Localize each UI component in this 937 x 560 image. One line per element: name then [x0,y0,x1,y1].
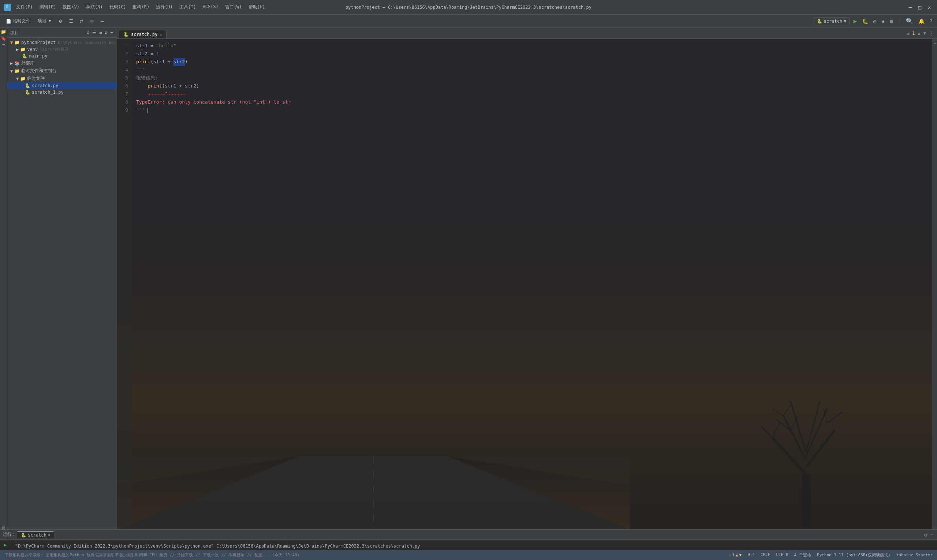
window-title: pythonProject – C:\Users\86156\AppData\R… [346,5,591,10]
run-panel-label: 运行: [3,531,14,538]
warning-nav-up[interactable]: ▲ [736,553,738,557]
warning-nav-down[interactable]: ▼ [739,553,742,557]
profile-button[interactable]: ◎ [872,18,878,25]
tree-item-temp-files[interactable]: ▼ 📁 临时文件和控制台 [7,67,117,75]
structure-icon[interactable]: ≡ [2,43,5,48]
toolbar-collapse-btn[interactable]: ─ [98,17,107,25]
tree-scratch-py-label: scratch.py [32,83,58,88]
temp-files-icon: 📄 [6,18,11,24]
run-restart-btn[interactable]: ▶ [2,542,9,548]
project-group: 项目 ▼ ⚙ ☰ ⇄ ⚙ ─ [35,17,107,26]
menu-navigate[interactable]: 导航(N) [83,3,106,12]
menu-help[interactable]: 帮助(H) [246,3,268,12]
status-line-ending[interactable]: CRLF [759,552,772,558]
status-line-col[interactable]: 9:4 [746,552,756,558]
title-bar: P 文件(F) 编辑(E) 视图(V) 导航(N) 代码(C) 重构(R) 运行… [0,0,937,15]
status-indent[interactable]: 4 个空格 [793,552,812,558]
status-warning-badge[interactable]: ⚠ 1 ▲ ▼ [727,552,743,558]
warning-count: 1 [732,553,735,557]
tree-item-project-root[interactable]: ▼ 📁 pythonProject D:\PyCharm Community E… [7,39,117,46]
line-num-6: 6 [118,82,130,90]
run-button[interactable]: ▶ [852,17,858,25]
editor-tab-scratch-py[interactable]: 🐍 scratch.py ✕ [118,30,166,38]
menu-code[interactable]: 代码(C) [106,3,129,12]
line-num-1: 1 [118,42,130,50]
line-num-5: 5 [118,74,130,82]
menu-refactor[interactable]: 重构(R) [129,3,152,12]
status-tabnine[interactable]: tabnine Starter [895,552,934,558]
search-button[interactable]: 🔍 [905,17,915,25]
stop-button[interactable]: ■ [888,18,894,25]
run-tab-label: scratch [28,532,46,538]
project-view-icon[interactable]: 📁 [1,29,6,34]
notifications-strip-icon[interactable]: 通知 [0,519,7,528]
menu-view[interactable]: 视图(V) [60,3,82,12]
list-icon: ☰ [69,18,73,24]
file-tree-config-btn[interactable]: ⚙ [104,29,108,36]
file-tree-header: 项目 ⚙ ☰ ⇄ ⚙ ─ [7,28,117,38]
tab-bar-actions: ⚠ 1 ▲ ▼ ⋮ [907,30,935,38]
tree-item-venv[interactable]: ▶ 📁 venv library根目录 [7,46,117,53]
menu-vcs[interactable]: VCS(S) [200,3,222,12]
minimize-button[interactable]: ─ [906,3,914,11]
toolbar-temp-files-btn[interactable]: 📄 临时文件 [3,17,33,26]
tree-item-external-libs[interactable]: ▶ 📚 外部库 [7,59,117,67]
scrollbar-area[interactable]: ─ [932,39,937,529]
menu-edit[interactable]: 编辑(E) [37,3,59,12]
toolbar-gear-btn[interactable]: ⚙ [87,17,97,25]
run-tab-python-icon: 🐍 [21,532,26,538]
tree-item-scratches-folder[interactable]: ▼ 📁 临时文件 [7,75,117,82]
line-num-9: 9 [118,106,130,114]
venv-folder-icon: 📁 [20,47,26,52]
file-tree-expand-btn[interactable]: ☰ [91,29,97,36]
code-line-4: """ [136,66,928,74]
tree-main-py-label: main.py [29,54,48,58]
status-download-info[interactable]: 下载预构建共享索引: 使用预构建的Python 软件包共享索引节省少索引时间和 … [3,552,301,558]
bookmarks-icon[interactable]: 🔖 [1,36,6,41]
tree-item-main-py[interactable]: 🐍 main.py [7,53,117,59]
menu-run[interactable]: 运行(U) [153,3,176,12]
tab-close-btn[interactable]: ✕ [160,32,162,37]
run-panel-minimize-btn[interactable]: ─ [930,531,934,538]
tree-item-scratch-py[interactable]: 🐍 scratch.py [7,82,117,89]
file-tree-close-btn[interactable]: ─ [110,29,114,36]
notifications-button[interactable]: 🔔 [917,18,926,25]
coverage-button[interactable]: ◈ [880,18,886,25]
menu-window[interactable]: 窗口(W) [222,3,245,12]
tree-item-scratch1-py[interactable]: 🐍 scratch_1.py [7,89,117,95]
file-tree-sort-btn[interactable]: ⇄ [98,29,103,36]
line-num-8: 8 [118,98,130,106]
status-encoding[interactable]: UTF-8 [775,552,790,558]
run-output-line-1: "D:\PyCharm Community Edition 2022.3\pyt… [15,543,932,550]
menu-file[interactable]: 文件(F) [13,3,36,12]
code-line-7: ~~~~~~^~~~~~~ [136,90,928,98]
toolbar-left: 📄 临时文件 [3,17,33,26]
status-python-version[interactable]: Python 3.11 (pyti86B(仅阅读模式) [815,552,892,558]
menu-tools[interactable]: 工具(T) [177,3,199,12]
run-panel-settings-btn[interactable]: ⚙ [923,531,928,538]
run-tab-close-btn[interactable]: ✕ [48,533,50,537]
toolbar-list-btn[interactable]: ☰ [66,17,76,25]
close-button[interactable]: ✕ [925,3,933,11]
debug-button[interactable]: 🐛 [860,18,870,25]
tab-actions-btn[interactable]: ⋮ [928,30,935,37]
scratches-folder-icon: 📁 [20,76,26,81]
maximize-button[interactable]: □ [916,3,924,11]
window-controls: ─ □ ✕ [906,3,933,11]
run-tab-scratch[interactable]: 🐍 scratch ✕ [17,531,54,538]
run-config-selector[interactable]: 🐍 scratch ▼ [814,17,850,25]
help-button[interactable]: ? [928,18,934,25]
code-line-5: 报错信息: [136,74,928,82]
file-tree-settings-btn[interactable]: ⚙ [86,29,90,36]
line-numbers: 1 2 3 4 5 6 7 8 9 [117,39,132,529]
tree-scratches-label: 临时文件 [27,75,45,82]
code-editor[interactable]: str1 = "hello" str2 = 1 print(str1 + str… [132,39,932,529]
project-dropdown[interactable]: 项目 ▼ [35,17,55,26]
toolbar: 📄 临时文件 项目 ▼ ⚙ ☰ ⇄ ⚙ ─ 🐍 scratch ▼ ▶ 🐛 ◎ … [0,15,937,28]
external-libs-icon: 📚 [14,61,20,66]
app-icon: P [4,4,11,11]
tree-venv-type: library根目录 [40,46,69,52]
warning-icon[interactable]: ⚠ 1 [907,31,915,36]
toolbar-settings-btn[interactable]: ⚙ [55,17,66,25]
toolbar-split-btn[interactable]: ⇄ [77,17,86,25]
